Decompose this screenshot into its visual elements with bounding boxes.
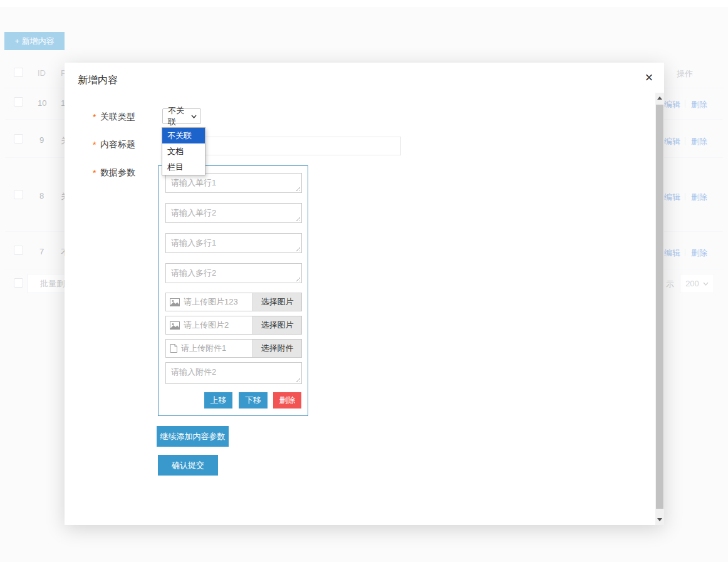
dropdown-option-wendang[interactable]: 文档: [162, 143, 205, 159]
dropdown-option-bu-guanlian[interactable]: 不关联: [162, 128, 205, 143]
data-params-group: 请上传图片123 选择图片 请上传图片2 选择图片 请上传附件: [158, 165, 308, 416]
data-params-label: 数据参数: [100, 167, 135, 179]
attachment-2-textarea[interactable]: [165, 362, 302, 384]
required-asterisk: *: [93, 168, 96, 178]
image-upload-row-2: 请上传图片2 选择图片: [165, 316, 302, 335]
image-icon: [170, 321, 180, 330]
multi-line-2-wrap: [165, 263, 302, 283]
scroll-down-icon[interactable]: [655, 514, 664, 525]
single-line-2-wrap: [165, 203, 302, 223]
scroll-up-icon[interactable]: [655, 93, 664, 103]
choose-file-button[interactable]: 选择附件: [252, 340, 301, 357]
chevron-down-icon: [191, 115, 197, 118]
multi-line-1-wrap: [165, 233, 302, 253]
single-line-2-textarea[interactable]: [165, 203, 302, 223]
delete-param-button[interactable]: 删除: [273, 392, 301, 408]
upload-placeholder: 请上传图片2: [184, 320, 229, 331]
modal-scrollbar[interactable]: [655, 93, 664, 525]
move-up-button[interactable]: 上移: [204, 392, 232, 408]
single-line-1-wrap: [165, 173, 302, 193]
upload-placeholder: 请上传图片123: [184, 296, 238, 308]
file-icon: [170, 344, 177, 353]
add-more-params-button[interactable]: 继续添加内容参数: [157, 426, 229, 447]
image-upload-row-1: 请上传图片123 选择图片: [165, 293, 302, 311]
relation-type-value: 不关联: [168, 105, 187, 128]
required-asterisk: *: [93, 140, 96, 150]
relation-type-select[interactable]: 不关联: [162, 108, 201, 124]
file-upload-row: 请上传附件1 选择附件: [165, 339, 302, 358]
add-content-modal: 新增内容 × * 关联类型 不关联 不关联 文档 栏目 * 内容标题 * 数据参…: [65, 63, 664, 525]
image-upload-1-field[interactable]: 请上传图片123: [166, 293, 252, 311]
single-line-1-textarea[interactable]: [165, 173, 302, 193]
multi-line-1-textarea[interactable]: [165, 233, 302, 253]
move-down-button[interactable]: 下移: [239, 392, 268, 408]
relation-type-label: 关联类型: [100, 112, 135, 123]
choose-image-button[interactable]: 选择图片: [252, 316, 301, 334]
content-title-label: 内容标题: [100, 139, 135, 150]
choose-image-button[interactable]: 选择图片: [252, 293, 301, 311]
dropdown-option-lanmu[interactable]: 栏目: [162, 159, 205, 175]
required-asterisk: *: [93, 112, 96, 122]
modal-title: 新增内容: [78, 74, 118, 87]
close-icon[interactable]: ×: [640, 69, 658, 86]
relation-type-dropdown: 不关联 文档 栏目: [162, 127, 205, 175]
submit-button[interactable]: 确认提交: [158, 455, 218, 476]
multi-line-2-textarea[interactable]: [165, 263, 302, 283]
scrollbar-thumb[interactable]: [656, 105, 663, 509]
image-icon: [170, 298, 180, 306]
file-upload-field[interactable]: 请上传附件1: [166, 340, 252, 357]
upload-placeholder: 请上传附件1: [181, 343, 226, 354]
attachment-2-wrap: [165, 362, 302, 384]
image-upload-2-field[interactable]: 请上传图片2: [166, 316, 252, 334]
